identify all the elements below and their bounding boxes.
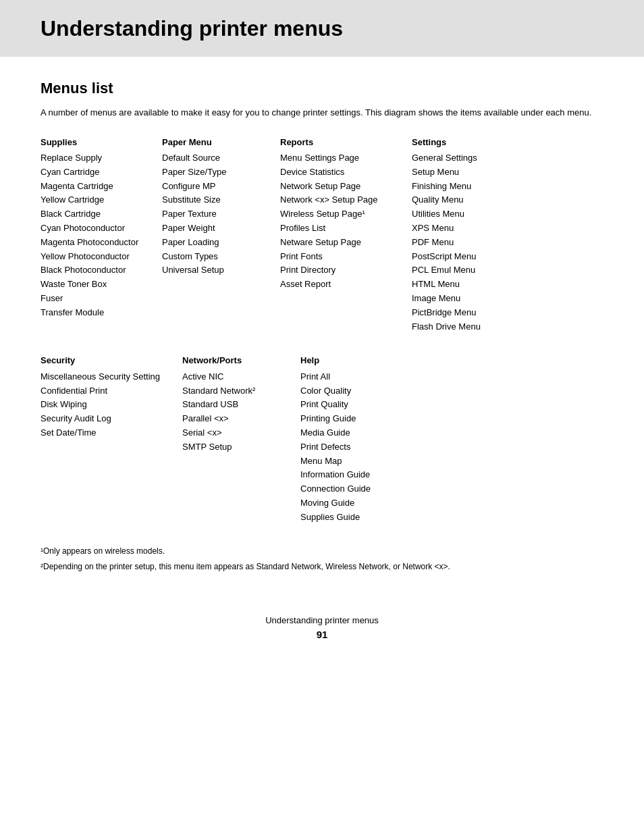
menu-item: Print All [300,370,425,384]
bottom-menus-grid: SecurityMiscellaneous Security SettingCo… [41,354,603,524]
menu-item: Waste Toner Box [41,278,155,292]
menu-item: Black Cartridge [41,207,155,221]
menu-item: Magenta Cartridge [41,180,155,194]
footnote: ²Depending on the printer setup, this me… [41,561,594,573]
menu-column-header: Supplies [41,136,155,149]
menu-item: HTML Menu [412,278,530,292]
menu-item: Set Date/Time [41,426,176,440]
page-footer: Understanding printer menus 91 [41,614,603,642]
menu-item: XPS Menu [412,221,530,236]
menu-item: General Settings [412,151,530,165]
menu-item: Paper Texture [162,207,273,221]
menu-item: Color Quality [300,384,425,398]
menu-item: Standard Network² [182,384,294,398]
menu-item: Profiles List [280,221,405,236]
menu-column: SecurityMiscellaneous Security SettingCo… [41,354,182,524]
menu-item: Print Fonts [280,250,405,264]
menu-item: Utilities Menu [412,207,530,221]
menu-item: Device Statistics [280,165,405,180]
menu-item: Confidential Print [41,384,176,398]
menu-column: Network/PortsActive NICStandard Network²… [182,354,300,524]
footer-label: Understanding printer menus [265,615,379,625]
menu-item: Configure MP [162,180,273,194]
menu-item: Yellow Photoconductor [41,250,155,264]
menu-item: Transfer Module [41,306,155,320]
menu-item: Substitute Size [162,193,273,207]
menu-item: PDF Menu [412,236,530,250]
menu-item: SMTP Setup [182,440,294,454]
menu-item: Paper Loading [162,236,273,250]
menu-item: Network Setup Page [280,180,405,194]
menu-item: PictBridge Menu [412,306,530,320]
menu-column: HelpPrint AllColor QualityPrint QualityP… [300,354,432,524]
menu-item: Flash Drive Menu [412,320,530,334]
footnote: ¹Only appears on wireless models. [41,545,594,558]
menu-item: Cyan Cartridge [41,165,155,180]
menu-item: Standard USB [182,398,294,412]
menu-column: Paper MenuDefault SourcePaper Size/TypeC… [162,136,280,334]
menu-item: Black Photoconductor [41,263,155,278]
top-menus-grid: SuppliesReplace SupplyCyan CartridgeMage… [41,136,603,334]
menu-item: Finishing Menu [412,180,530,194]
menu-item: Paper Size/Type [162,165,273,180]
menu-item: Connection Guide [300,482,425,496]
menu-item: Media Guide [300,426,425,440]
menu-item: Supplies Guide [300,511,425,525]
menu-item: Menu Settings Page [280,151,405,165]
menu-item: Serial <x> [182,426,294,440]
menu-item: Replace Supply [41,151,155,165]
menu-item: PCL Emul Menu [412,263,530,278]
menu-item: Fuser [41,292,155,306]
menu-item: Printing Guide [300,412,425,426]
menu-item: Parallel <x> [182,412,294,426]
menu-item: Asset Report [280,278,405,292]
menu-item: Wireless Setup Page¹ [280,207,405,221]
section-heading: Menus list [41,77,603,99]
menu-item: Disk Wiping [41,398,176,412]
menu-column: SettingsGeneral SettingsSetup MenuFinish… [412,136,537,334]
menu-column-header: Network/Ports [182,354,294,367]
menu-column-header: Reports [280,136,405,149]
page-number: 91 [41,627,603,643]
page-title: Understanding printer menus [41,12,603,45]
menu-column-header: Paper Menu [162,136,273,149]
menu-item: PostScript Menu [412,250,530,264]
intro-paragraph: A number of menus are available to make … [41,106,594,120]
menu-item: Cyan Photoconductor [41,221,155,236]
menu-item: Image Menu [412,292,530,306]
menu-item: Information Guide [300,468,425,482]
menu-item: Security Audit Log [41,412,176,426]
menu-item: Setup Menu [412,165,530,180]
menu-column: ReportsMenu Settings PageDevice Statisti… [280,136,412,334]
menu-item: Custom Types [162,250,273,264]
menu-item: Print Directory [280,263,405,278]
menu-item: Miscellaneous Security Setting [41,370,176,384]
menu-item: Menu Map [300,454,425,469]
menu-item: Default Source [162,151,273,165]
menu-column: SuppliesReplace SupplyCyan CartridgeMage… [41,136,162,334]
menu-column-header: Settings [412,136,530,149]
menu-item: Quality Menu [412,193,530,207]
menu-item: Yellow Cartridge [41,193,155,207]
menu-item: Netware Setup Page [280,236,405,250]
menu-item: Active NIC [182,370,294,384]
menu-item: Magenta Photoconductor [41,236,155,250]
page-title-bar: Understanding printer menus [0,0,644,57]
menu-item: Universal Setup [162,263,273,278]
menu-column [432,354,557,524]
menu-column-header: Help [300,354,425,367]
menu-item: Moving Guide [300,496,425,511]
menu-item: Paper Weight [162,221,273,236]
menu-column-header: Security [41,354,176,367]
menu-item: Network <x> Setup Page [280,193,405,207]
menu-item: Print Quality [300,398,425,412]
menu-item: Print Defects [300,440,425,454]
footnotes-section: ¹Only appears on wireless models.²Depend… [41,545,594,573]
